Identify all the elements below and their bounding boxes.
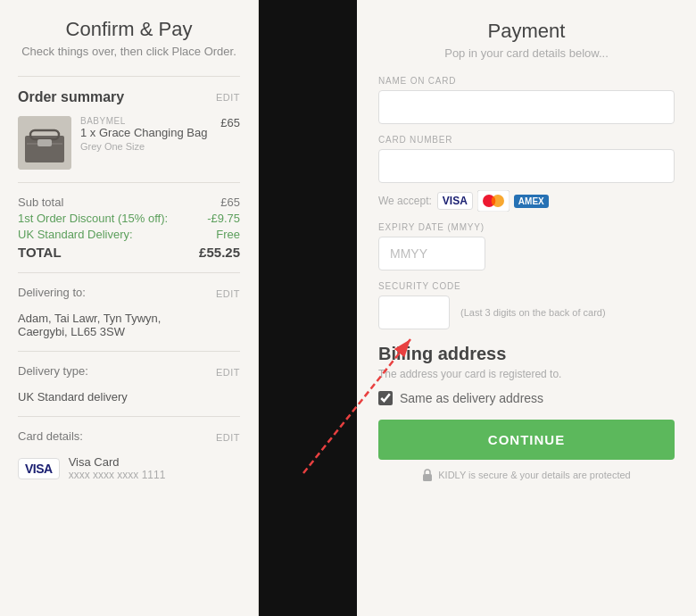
name-on-card-label: NAME ON CARD xyxy=(378,76,675,86)
name-on-card-input[interactable] xyxy=(378,90,675,124)
mastercard-logo xyxy=(477,190,510,212)
subtotal-row: Sub total £65 xyxy=(18,196,240,209)
order-item: BABYMEL 1 x Grace Changing Bag Grey One … xyxy=(18,116,240,170)
accept-row: We accept: VISA AMEX xyxy=(378,190,675,212)
delivery-label: UK Standard Delivery: xyxy=(18,228,133,241)
same-address-row[interactable]: Same as delivery address xyxy=(378,391,675,405)
item-name: 1 x Grace Changing Bag xyxy=(80,126,211,141)
billing-section: Billing address The address your card is… xyxy=(378,344,675,405)
payment-title: Payment xyxy=(378,20,675,43)
expiry-input[interactable] xyxy=(378,237,485,271)
total-value: £55.25 xyxy=(199,245,240,260)
same-address-label: Same as delivery address xyxy=(400,391,543,405)
continue-button[interactable]: CONTINUE xyxy=(378,420,675,460)
item-variant: Grey One Size xyxy=(80,141,211,152)
lock-icon xyxy=(422,469,433,481)
total-label: TOTAL xyxy=(18,245,62,260)
expiry-label: EXPIRY DATE (MMYY) xyxy=(378,222,675,232)
card-details-edit[interactable]: EDIT xyxy=(216,432,240,443)
same-address-checkbox[interactable] xyxy=(378,391,393,405)
svg-rect-8 xyxy=(423,474,432,481)
page-subtitle: Check things over, then click Place Orde… xyxy=(18,45,240,58)
visa-logo-left: VISA xyxy=(18,458,60,479)
delivering-edit[interactable]: EDIT xyxy=(216,288,240,299)
order-summary-edit[interactable]: EDIT xyxy=(216,92,240,103)
total-row: TOTAL £55.25 xyxy=(18,245,240,260)
discount-label: 1st Order Discount (15% off): xyxy=(18,212,168,225)
delivering-label: Delivering to: xyxy=(18,286,86,299)
delivery-type-value: UK Standard delivery xyxy=(18,390,240,404)
subtotal-value: £65 xyxy=(220,196,240,209)
item-brand: BABYMEL xyxy=(80,116,211,126)
card-details-label: Card details: xyxy=(18,429,83,443)
card-logos: VISA AMEX xyxy=(437,190,549,212)
card-row: VISA Visa Card xxxx xxxx xxxx 1111 xyxy=(18,455,240,481)
card-info: Visa Card xxxx xxxx xxxx 1111 xyxy=(69,455,166,481)
billing-title: Billing address xyxy=(378,344,675,364)
discount-value: -£9.75 xyxy=(207,212,240,225)
security-hint: (Last 3 digits on the back of card) xyxy=(460,306,606,319)
delivery-row: UK Standard Delivery: Free xyxy=(18,228,240,241)
card-number-masked: xxxx xxxx xxxx 1111 xyxy=(69,469,166,481)
delivery-value: Free xyxy=(216,228,240,241)
card-number-label: CARD NUMBER xyxy=(378,135,675,145)
card-number-input[interactable] xyxy=(378,149,675,183)
delivery-type-label: Delivery type: xyxy=(18,364,88,378)
security-code-input[interactable] xyxy=(378,296,450,329)
delivery-type-header: Delivery type: EDIT xyxy=(18,364,240,379)
page-title: Confirm & Pay xyxy=(18,18,240,41)
security-code-label: SECURITY CODE xyxy=(378,281,675,291)
amex-logo: AMEX xyxy=(514,195,549,208)
delivering-header: Delivering to: EDIT xyxy=(18,286,240,301)
secure-text: KIDLY is secure & your details are prote… xyxy=(438,470,630,480)
item-price: £65 xyxy=(220,116,240,129)
order-summary-header: Order summary EDIT xyxy=(18,89,240,105)
accept-label: We accept: xyxy=(378,195,432,207)
order-summary-title: Order summary xyxy=(18,89,124,105)
billing-subtitle: The address your card is registered to. xyxy=(378,368,675,380)
subtotal-label: Sub total xyxy=(18,196,63,209)
card-details-header: Card details: EDIT xyxy=(18,429,240,445)
right-panel: Payment Pop in your card details below..… xyxy=(357,0,696,616)
card-type: Visa Card xyxy=(69,455,166,469)
payment-subtitle: Pop in your card details below... xyxy=(378,46,675,60)
security-row: (Last 3 digits on the back of card) xyxy=(378,296,675,329)
left-panel: Confirm & Pay Check things over, then cl… xyxy=(0,0,259,616)
visa-logo: VISA xyxy=(437,192,473,210)
item-image xyxy=(18,116,71,170)
black-divider xyxy=(259,0,357,616)
delivery-type-edit[interactable]: EDIT xyxy=(216,367,240,378)
secure-notice: KIDLY is secure & your details are prote… xyxy=(378,469,675,481)
item-details: BABYMEL 1 x Grace Changing Bag Grey One … xyxy=(80,116,211,152)
svg-rect-4 xyxy=(37,139,52,146)
delivering-address: Adam, Tai Lawr, Tyn Tywyn,Caergybi, LL65… xyxy=(18,312,240,338)
discount-row: 1st Order Discount (15% off): -£9.75 xyxy=(18,212,240,225)
